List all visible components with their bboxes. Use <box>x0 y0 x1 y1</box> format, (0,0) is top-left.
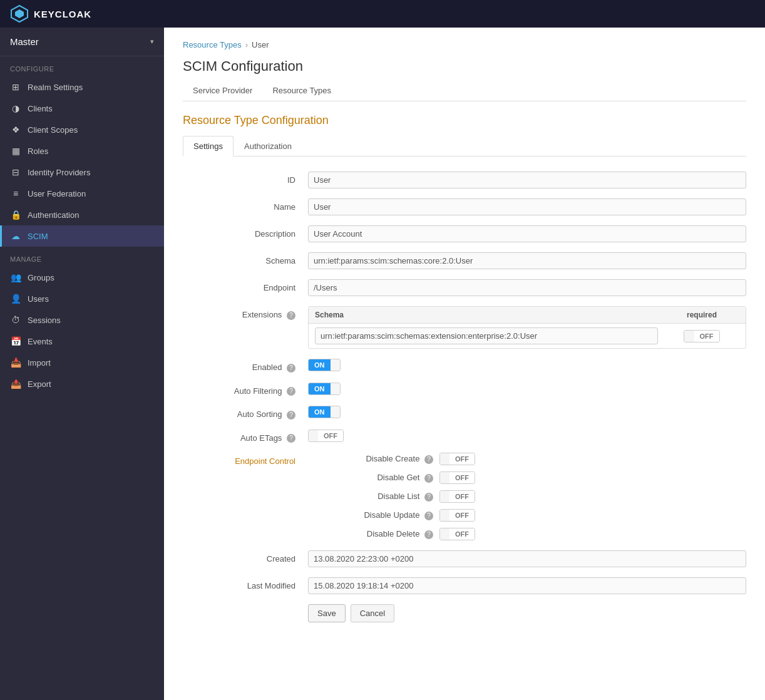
endpoint-control-list: Disable Create ? OFF Disable Get ? <box>308 453 746 540</box>
form-row-auto-etags: Auto ETags ? OFF <box>183 430 746 443</box>
sidebar-item-sessions[interactable]: ⏱ Sessions <box>0 309 164 331</box>
tab-service-provider[interactable]: Service Provider <box>183 81 262 101</box>
endpoint-row-disable-create: Disable Create ? OFF <box>308 453 746 465</box>
breadcrumb-parent[interactable]: Resource Types <box>183 40 242 49</box>
sidebar-label-roles: Roles <box>28 147 48 156</box>
disable-list-help-icon[interactable]: ? <box>424 493 433 502</box>
form-row-endpoint: Endpoint <box>183 279 746 296</box>
users-icon: 👤 <box>10 294 21 304</box>
endpoint-field[interactable] <box>308 279 746 296</box>
scim-icon: ☁ <box>10 231 21 241</box>
cancel-button[interactable]: Cancel <box>351 604 394 622</box>
inner-tabs: Settings Authorization <box>183 136 746 157</box>
form-row-actions: Save Cancel <box>183 604 746 622</box>
sidebar-label-import: Import <box>28 358 51 368</box>
form-row-schema: Schema <box>183 252 746 269</box>
form-row-auto-sorting: Auto Sorting ? ON <box>183 406 746 419</box>
auto-etags-toggle[interactable]: OFF <box>308 430 344 442</box>
breadcrumb: Resource Types › User <box>183 40 746 49</box>
ext-col-schema-header: Schema <box>315 311 664 319</box>
sidebar-item-events[interactable]: 📅 Events <box>0 331 164 352</box>
sidebar-label-events: Events <box>28 337 53 346</box>
id-field[interactable] <box>308 172 746 188</box>
description-field[interactable] <box>308 225 746 242</box>
tab-settings[interactable]: Settings <box>183 136 234 157</box>
form-row-created: Created <box>183 550 746 567</box>
identity-providers-icon: ⊟ <box>10 167 21 177</box>
sidebar-item-import[interactable]: 📥 Import <box>0 352 164 373</box>
schema-value-container <box>308 252 746 269</box>
lock-icon: 🔒 <box>10 210 21 220</box>
disable-delete-label: Disable Delete ? <box>308 529 433 539</box>
last-modified-value-container <box>308 577 746 594</box>
sidebar-item-user-federation[interactable]: ≡ User Federation <box>0 183 164 204</box>
endpoint-row-disable-get: Disable Get ? OFF <box>308 471 746 484</box>
svg-marker-1 <box>15 9 24 18</box>
disable-list-label: Disable List ? <box>308 492 433 502</box>
name-field[interactable] <box>308 198 746 215</box>
disable-create-help-icon[interactable]: ? <box>424 455 433 464</box>
realm-name: Master <box>10 36 39 47</box>
manage-section-label: Manage <box>0 247 164 267</box>
form-row-endpoint-control: Endpoint Control Disable Create ? OFF <box>183 453 746 540</box>
top-tabs: Service Provider Resource Types <box>183 81 746 101</box>
auto-etags-help-icon[interactable]: ? <box>287 434 295 443</box>
extension-required-toggle[interactable]: OFF <box>684 330 719 342</box>
extension-schema-container <box>315 327 658 344</box>
disable-get-help-icon[interactable]: ? <box>424 474 433 483</box>
extension-schema-field[interactable] <box>315 327 658 344</box>
sidebar-item-groups[interactable]: 👥 Groups <box>0 267 164 288</box>
sidebar-label-realm-settings: Realm Settings <box>28 83 83 92</box>
breadcrumb-separator: › <box>245 40 248 49</box>
enabled-toggle[interactable]: ON <box>308 359 341 371</box>
sidebar-item-clients[interactable]: ◑ Clients <box>0 98 164 119</box>
sidebar-label-users: Users <box>28 294 49 304</box>
last-modified-field <box>308 577 746 594</box>
save-button[interactable]: Save <box>308 604 346 622</box>
extension-row: OFF <box>309 324 746 348</box>
auto-etags-label: Auto ETags ? <box>183 430 308 443</box>
extensions-table-container: Schema required OFF <box>308 306 746 349</box>
disable-delete-help-icon[interactable]: ? <box>424 530 433 539</box>
sidebar-item-export[interactable]: 📤 Export <box>0 373 164 394</box>
tab-resource-types[interactable]: Resource Types <box>262 81 341 101</box>
sidebar-item-identity-providers[interactable]: ⊟ Identity Providers <box>0 162 164 183</box>
form-row-auto-filtering: Auto Filtering ? ON <box>183 383 746 396</box>
sidebar-item-realm-settings[interactable]: ⊞ Realm Settings <box>0 76 164 98</box>
form-row-enabled: Enabled ? ON <box>183 359 746 373</box>
auto-sorting-help-icon[interactable]: ? <box>287 411 295 419</box>
auto-filtering-help-icon[interactable]: ? <box>287 387 295 396</box>
enabled-help-icon[interactable]: ? <box>287 364 295 373</box>
disable-delete-toggle[interactable]: OFF <box>439 528 475 540</box>
disable-create-toggle[interactable]: OFF <box>439 453 475 465</box>
sidebar-label-client-scopes: Client Scopes <box>28 125 78 135</box>
sidebar-item-authentication[interactable]: 🔒 Authentication <box>0 204 164 225</box>
grid-icon: ⊞ <box>10 82 21 92</box>
disable-list-toggle[interactable]: OFF <box>439 490 475 503</box>
disable-get-toggle[interactable]: OFF <box>439 471 475 484</box>
disable-create-label: Disable Create ? <box>308 454 433 464</box>
sidebar-item-scim[interactable]: ☁ SCIM <box>0 225 164 247</box>
created-label: Created <box>183 550 308 564</box>
sidebar-item-client-scopes[interactable]: ❖ Client Scopes <box>0 119 164 140</box>
sidebar-label-sessions: Sessions <box>28 316 61 325</box>
auto-sorting-toggle[interactable]: ON <box>308 406 341 418</box>
sidebar-label-authentication: Authentication <box>28 210 79 220</box>
disable-update-help-icon[interactable]: ? <box>424 512 433 520</box>
disable-create-off-label: OFF <box>449 453 475 465</box>
disable-update-off-label: OFF <box>449 510 475 521</box>
schema-field[interactable] <box>308 252 746 269</box>
realm-selector[interactable]: Master ▾ <box>0 28 164 56</box>
disable-update-toggle[interactable]: OFF <box>439 509 475 522</box>
sidebar-label-identity-providers: Identity Providers <box>28 168 90 177</box>
sidebar-item-roles[interactable]: ▦ Roles <box>0 140 164 162</box>
auto-filtering-toggle[interactable]: ON <box>308 383 341 395</box>
sidebar-item-users[interactable]: 👤 Users <box>0 288 164 309</box>
endpoint-control-container: Disable Create ? OFF Disable Get ? <box>308 453 746 540</box>
enabled-on-label: ON <box>309 359 331 371</box>
export-icon: 📤 <box>10 379 21 389</box>
extensions-help-icon[interactable]: ? <box>287 311 295 320</box>
endpoint-control-label: Endpoint Control <box>183 453 308 466</box>
sidebar-label-user-federation: User Federation <box>28 189 86 198</box>
tab-authorization[interactable]: Authorization <box>234 136 302 157</box>
